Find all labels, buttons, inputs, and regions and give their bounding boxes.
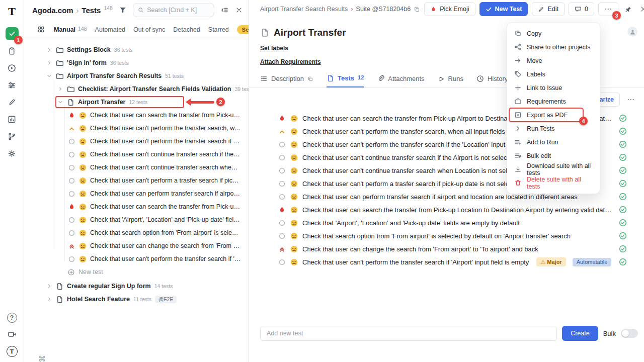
test-emoji-icon [79,125,87,132]
test-emoji-icon [79,242,87,250]
tab-description[interactable]: Description [260,75,313,87]
project-name[interactable]: Agoda.com [32,6,73,15]
tab-runs-label: Runs [448,75,463,82]
menu-item-add-to-run[interactable]: Add to Run [507,135,600,149]
tab-automated[interactable]: Automated [95,26,125,33]
tree-folder-settings-block[interactable]: Settings Block 36 tests [24,43,249,56]
test-title: Check that user can't continue transfer … [90,164,241,171]
collapse-sidebar-button[interactable] [219,5,229,15]
sidebar-test-row[interactable]: Check that user can't perform the transf… [24,135,249,148]
search-box[interactable] [133,3,214,17]
chevron-right-icon [57,86,63,92]
tree-suite-hotel[interactable]: Hotel Search Feature 11 tests @E2E [24,293,249,306]
passed-status-icon [619,258,627,266]
annotation-step-4: 4 [579,117,588,125]
add-test-input[interactable] [260,326,557,341]
sidebar-test-row[interactable]: Check that user can search the transfer … [24,109,249,122]
test-row[interactable]: Check that search option from 'From airp… [278,229,627,242]
folder-name: Checklist: Airport Transfer Search Field… [78,85,231,93]
sidebar-test-row[interactable]: Check that 'Airport', 'Location' and 'Pi… [24,213,249,226]
tree-folder-sign-in-form[interactable]: 'Sign in' form 36 tests [24,56,249,69]
tree-folder-airport-results[interactable]: Airport Transfer Search Results 51 tests [24,69,249,82]
tab-history[interactable]: History [476,75,508,87]
pin-button[interactable] [622,2,634,16]
close-sidebar-button[interactable] [234,6,244,15]
tree-folder-checklist[interactable]: Checklist: Airport Transfer Search Field… [24,82,249,96]
tab-starred[interactable]: Starred [208,26,229,33]
nav-tests-button[interactable]: 1 [6,27,19,40]
list-more-button[interactable]: ⋯ [625,93,637,107]
menu-item-download-suite[interactable]: Download suite with all tests [507,162,600,176]
check-icon [9,30,16,37]
copy-icon[interactable] [307,76,313,82]
bulk-toggle[interactable] [621,329,638,338]
paperclip-icon [377,75,384,82]
nav-analytics-button[interactable] [6,113,19,126]
copy-icon[interactable] [414,6,420,13]
tab-detached[interactable]: Detached [173,26,200,33]
new-test-button[interactable]: New Test [479,2,528,16]
tree-suite-airport-transfer[interactable]: Airport Transfer 12 tests 2 [24,96,249,109]
test-row[interactable]: Check that user can't perform the transf… [278,255,627,268]
normal-priority-icon [68,190,75,198]
menu-item-bulk-edit[interactable]: Bulk edit [507,149,600,162]
menu-item-link-to-issue[interactable]: Link to Issue [507,81,600,95]
menu-item-export-as-pdf[interactable]: Export as PDF 4 [507,108,600,122]
keyboard-shortcut-icon: ⌘ [38,354,46,362]
tutorials-button[interactable] [7,329,18,340]
menu-item-label: Run Tests [527,125,554,132]
workspace-avatar[interactable]: T [7,346,18,357]
tree-suite-sign-up[interactable]: Create regular Sign Up form 14 tests [24,280,249,293]
ellipsis-icon: ⋯ [604,5,612,14]
menu-item-delete-suite[interactable]: Delete suite with all tests [507,176,600,190]
sidebar-test-row[interactable]: Check that user can't perform a trasfer … [24,174,249,187]
comments-button[interactable]: 0 [569,2,594,16]
sidebar-test-row[interactable]: Check that user can't continue transfer … [24,161,249,174]
sidebar-test-row[interactable]: Check that user can perform transfer sea… [24,187,249,200]
help-button[interactable]: ? [7,313,17,323]
nav-settings-button[interactable] [6,147,19,160]
clipboard-icon [8,47,16,55]
tab-severity-pill[interactable]: Sev [237,25,249,34]
sidebar-test-row[interactable]: Check that user can't perform the transf… [24,122,249,135]
sidebar-test-row[interactable]: Check that user can't continue transfer … [24,148,249,161]
tab-attachments[interactable]: Attachments [377,75,424,87]
nav-filters-button[interactable] [6,78,19,92]
create-button[interactable]: Create [562,326,598,341]
filter-button[interactable] [118,5,128,15]
tab-out-of-sync[interactable]: Out of sync [133,26,165,33]
test-row[interactable]: Check that user can change the search fr… [278,242,627,255]
attach-requirements-link[interactable]: Attach Requirements [260,58,321,65]
nav-plans-button[interactable] [6,44,19,57]
pick-emoji-button[interactable]: Pick Emoji [424,2,475,16]
tab-runs[interactable]: Runs [438,75,463,87]
set-labels-link[interactable]: Set labels [260,45,288,52]
new-test-row[interactable]: New test [24,265,249,279]
sidebar-test-row[interactable]: Check that search option from 'From airp… [24,226,249,239]
close-panel-button[interactable] [638,2,644,16]
sidebar-test-row[interactable]: Check that user can't perform the transf… [24,252,249,265]
test-row[interactable]: Check that user can search the transfer … [278,203,627,216]
menu-item-labels[interactable]: Labels [507,67,600,81]
plus-circle-icon [67,268,75,276]
tab-tests[interactable]: Tests 12 [327,74,364,87]
nav-integrations-button[interactable] [6,130,19,143]
more-actions-button[interactable]: ⋯ 3 [598,2,618,16]
edit-button[interactable]: Edit [532,2,565,16]
section-name[interactable]: Tests [82,6,101,15]
user-avatar[interactable] [627,27,637,37]
tab-manual[interactable]: Manual148 [54,26,87,33]
nav-editor-button[interactable] [6,96,19,109]
menu-item-copy[interactable]: Copy [507,27,600,40]
breadcrumb-parent[interactable]: Airport Transfer Search Results [260,6,348,13]
menu-item-share[interactable]: Share to other projects [507,40,600,54]
breadcrumb-separator: › [76,7,79,15]
test-row[interactable]: Check that 'Airport', 'Location' and 'Pi… [278,216,627,229]
menu-item-move[interactable]: Move [507,54,600,67]
sidebar-test-row[interactable]: Check that user can change the search fr… [24,239,249,252]
view-grid-button[interactable] [36,25,46,34]
sidebar-test-row[interactable]: Check that user can search the transfer … [24,200,249,213]
menu-item-requirements[interactable]: Requirements [507,95,600,108]
search-input[interactable] [147,7,209,14]
nav-runs-button[interactable] [6,61,19,74]
